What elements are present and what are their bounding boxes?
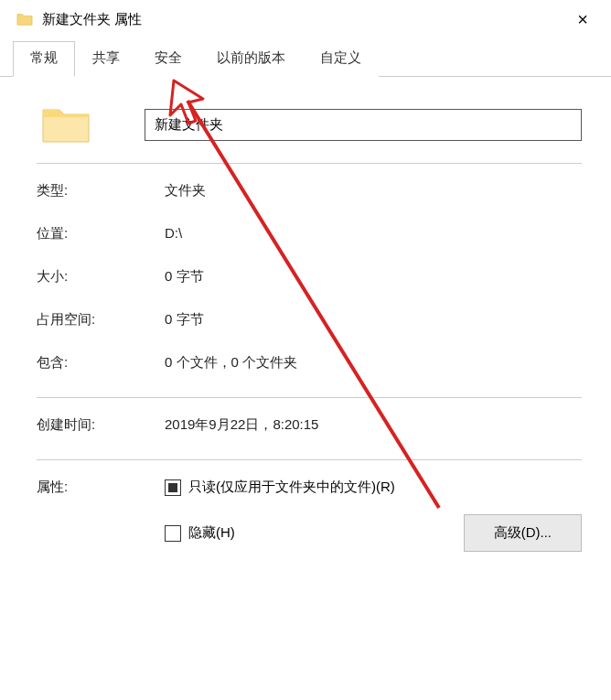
- size-value: 0 字节: [165, 268, 582, 285]
- advanced-button[interactable]: 高级(D)...: [464, 514, 582, 552]
- tab-strip: 常规 共享 安全 以前的版本 自定义: [0, 35, 611, 77]
- readonly-checkbox[interactable]: 只读(仅应用于文件夹中的文件)(R): [165, 479, 395, 496]
- contains-value: 0 个文件，0 个文件夹: [165, 354, 582, 372]
- type-value: 文件夹: [165, 182, 582, 199]
- location-value: D:\: [165, 225, 582, 242]
- tab-previous-versions[interactable]: 以前的版本: [199, 41, 303, 77]
- tab-sharing[interactable]: 共享: [75, 41, 137, 77]
- hidden-checkbox-label: 隐藏(H): [188, 524, 235, 542]
- separator: [37, 459, 582, 460]
- readonly-checkbox-label: 只读(仅应用于文件夹中的文件)(R): [188, 479, 395, 496]
- tab-customize[interactable]: 自定义: [303, 41, 379, 77]
- size-on-disk-value: 0 字节: [165, 311, 582, 328]
- folder-large-icon: [40, 102, 91, 146]
- hidden-checkbox[interactable]: 隐藏(H): [165, 524, 235, 542]
- window-title: 新建文件夹 属性: [42, 11, 569, 28]
- checkbox-empty-icon: [165, 525, 181, 542]
- created-label: 创建时间:: [37, 416, 165, 434]
- created-value: 2019年9月22日，8:20:15: [165, 416, 582, 434]
- close-icon[interactable]: ×: [569, 9, 596, 30]
- contains-label: 包含:: [37, 354, 165, 372]
- separator: [37, 163, 582, 164]
- location-label: 位置:: [37, 225, 165, 242]
- attributes-label: 属性:: [37, 479, 165, 552]
- separator: [37, 397, 582, 398]
- folder-name-input[interactable]: [145, 109, 582, 141]
- checkbox-filled-icon: [165, 479, 181, 496]
- size-label: 大小:: [37, 268, 165, 285]
- properties-panel: 类型: 文件夹 位置: D:\ 大小: 0 字节 占用空间: 0 字节 包含: …: [0, 77, 611, 561]
- type-label: 类型:: [37, 182, 165, 199]
- titlebar: 新建文件夹 属性 ×: [0, 0, 611, 35]
- tab-security[interactable]: 安全: [137, 41, 199, 77]
- folder-icon: [16, 12, 33, 27]
- tab-general[interactable]: 常规: [13, 41, 75, 77]
- size-on-disk-label: 占用空间:: [37, 311, 165, 328]
